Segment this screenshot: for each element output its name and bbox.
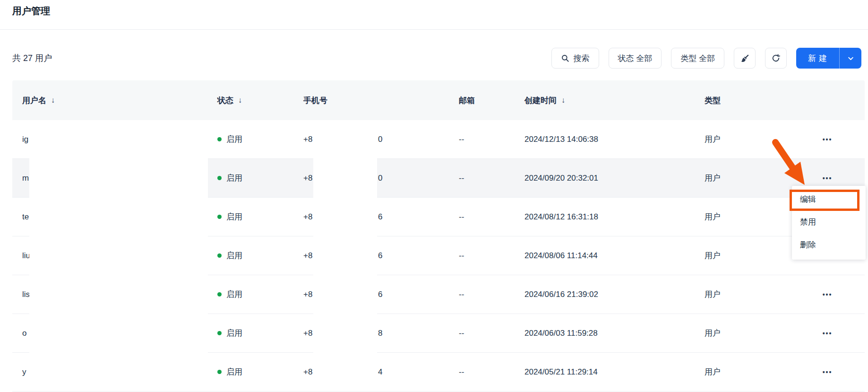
total-users-count: 共 27 用户 xyxy=(12,52,52,64)
column-header-1[interactable]: 用户名↓ xyxy=(22,80,55,120)
column-header-6[interactable]: 类型 xyxy=(705,80,721,120)
redaction-box-usernames xyxy=(29,122,208,380)
sort-desc-icon: ↓ xyxy=(51,96,55,105)
page-title: 用户管理 xyxy=(12,5,50,17)
create-button-label: 新建 xyxy=(808,53,830,64)
create-dropdown-button[interactable] xyxy=(839,48,861,69)
cell-phone-suffix: 6 xyxy=(378,198,382,236)
refresh-icon xyxy=(771,53,781,63)
row-actions-button[interactable]: ••• xyxy=(812,353,843,391)
search-icon xyxy=(561,54,569,62)
cell-type: 用户 xyxy=(705,314,721,352)
cell-username: lis xyxy=(22,275,30,314)
cell-created-time: 2024/12/13 14:06:38 xyxy=(524,120,598,158)
cell-type: 用户 xyxy=(705,120,721,158)
search-button-label: 搜索 xyxy=(574,53,590,64)
table-header-row: 用户名↓状态↓手机号邮箱创建时间↓类型 xyxy=(12,80,865,120)
column-header-5[interactable]: 创建时间↓ xyxy=(524,80,565,120)
cell-type: 用户 xyxy=(705,353,721,391)
toolbar: 共 27 用户 搜索 状态 全部 类型 全部 新建 xyxy=(12,48,861,69)
ellipsis-icon: ••• xyxy=(823,330,833,337)
cell-created-time: 2024/09/20 20:32:01 xyxy=(524,159,598,197)
create-button[interactable]: 新建 xyxy=(796,48,839,69)
menu-item-3[interactable]: 删除 xyxy=(792,234,866,256)
status-filter-button[interactable]: 状态 全部 xyxy=(609,48,662,69)
cell-username: m xyxy=(22,159,29,197)
cell-type: 用户 xyxy=(705,159,721,197)
cell-email: -- xyxy=(459,314,464,352)
sort-desc-icon: ↓ xyxy=(561,96,565,105)
cell-email: -- xyxy=(459,353,464,391)
cell-created-time: 2024/05/21 11:29:14 xyxy=(524,353,598,391)
column-header-label: 邮箱 xyxy=(459,95,475,106)
menu-item-1[interactable]: 编辑 xyxy=(792,188,866,211)
type-filter-label: 类型 全部 xyxy=(680,53,715,64)
cell-phone-prefix: +8 xyxy=(303,314,312,352)
cell-phone-prefix: +8 xyxy=(303,159,312,197)
cell-status: 启用 xyxy=(217,275,242,314)
column-header-label: 状态 xyxy=(217,95,233,106)
column-header-label: 用户名 xyxy=(22,95,46,106)
cell-created-time: 2024/06/16 21:39:02 xyxy=(524,275,598,314)
ellipsis-icon: ••• xyxy=(823,136,833,143)
cell-status: 启用 xyxy=(217,159,242,197)
cell-created-time: 2024/08/12 16:31:18 xyxy=(524,198,598,236)
toolbar-controls: 搜索 状态 全部 类型 全部 新建 xyxy=(551,48,861,69)
cell-status: 启用 xyxy=(217,198,242,236)
column-header-label: 手机号 xyxy=(303,95,327,106)
ellipsis-icon: ••• xyxy=(823,174,833,182)
cell-phone-prefix: +8 xyxy=(303,236,312,275)
cell-phone-suffix: 6 xyxy=(378,275,382,314)
cell-email: -- xyxy=(459,159,464,197)
cell-username: y xyxy=(22,353,26,391)
column-header-label: 创建时间 xyxy=(524,95,557,106)
cell-status: 启用 xyxy=(217,353,242,391)
cell-username: o xyxy=(22,314,26,352)
row-actions-button[interactable]: ••• xyxy=(812,275,843,314)
brush-icon xyxy=(740,54,749,63)
cell-status: 启用 xyxy=(217,120,242,158)
status-enabled-dot-icon xyxy=(217,331,222,335)
cell-phone-suffix: 6 xyxy=(378,236,382,275)
column-header-3[interactable]: 手机号 xyxy=(303,80,327,120)
cell-phone-prefix: +8 xyxy=(303,198,312,236)
row-context-menu: 编辑禁用删除 xyxy=(792,186,866,260)
cell-created-time: 2024/08/06 11:14:44 xyxy=(524,236,598,275)
cell-phone-prefix: +8 xyxy=(303,120,312,158)
cell-username: ig xyxy=(22,120,28,158)
status-enabled-dot-icon xyxy=(217,253,222,258)
cell-created-time: 2024/06/03 11:59:28 xyxy=(524,314,598,352)
ellipsis-icon: ••• xyxy=(823,291,833,298)
cell-status: 启用 xyxy=(217,314,242,352)
redaction-box-phones xyxy=(313,122,377,380)
cell-username: te xyxy=(22,198,29,236)
cell-type: 用户 xyxy=(705,275,721,314)
cell-phone-prefix: +8 xyxy=(303,353,312,391)
refresh-button[interactable] xyxy=(765,48,787,69)
type-filter-button[interactable]: 类型 全部 xyxy=(671,48,724,69)
cell-email: -- xyxy=(459,275,464,314)
cell-type: 用户 xyxy=(705,236,721,275)
status-filter-label: 状态 全部 xyxy=(618,53,653,64)
cell-email: -- xyxy=(459,236,464,275)
menu-item-2[interactable]: 禁用 xyxy=(792,211,866,234)
status-enabled-dot-icon xyxy=(217,292,222,296)
row-actions-button[interactable]: ••• xyxy=(812,314,843,352)
row-actions-button[interactable]: ••• xyxy=(812,120,843,158)
status-enabled-dot-icon xyxy=(217,176,222,180)
column-header-2[interactable]: 状态↓ xyxy=(217,80,242,120)
clear-filters-button[interactable] xyxy=(734,48,756,69)
cell-phone-suffix: 8 xyxy=(378,314,382,352)
cell-phone-suffix: 4 xyxy=(378,353,382,391)
search-button[interactable]: 搜索 xyxy=(551,48,599,69)
status-enabled-dot-icon xyxy=(217,137,222,141)
column-header-4[interactable]: 邮箱 xyxy=(459,80,475,120)
chevron-down-icon xyxy=(847,55,854,62)
cell-phone-suffix: 0 xyxy=(378,120,382,158)
cell-phone-suffix: 0 xyxy=(378,159,382,197)
cell-type: 用户 xyxy=(705,198,721,236)
sort-desc-icon: ↓ xyxy=(238,96,242,105)
cell-phone-prefix: +8 xyxy=(303,275,312,314)
status-enabled-dot-icon xyxy=(217,370,222,374)
ellipsis-icon: ••• xyxy=(823,368,833,376)
